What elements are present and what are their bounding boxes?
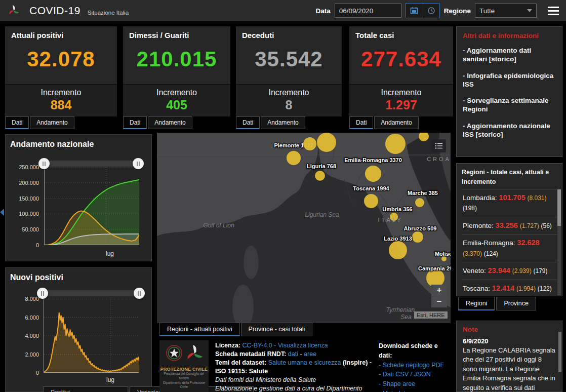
- tab-positivi[interactable]: Positivi: [43, 386, 128, 392]
- map-bubble[interactable]: [287, 151, 301, 165]
- slider-handle-right[interactable]: [134, 288, 145, 299]
- card-value: 277.634: [349, 47, 453, 71]
- region-total: 32.628: [517, 239, 539, 247]
- download-link[interactable]: - Schede riepilogo PDF: [379, 361, 451, 370]
- y-axis-tick: 6.000: [6, 315, 39, 321]
- date-input[interactable]: [335, 4, 401, 18]
- increment-label: Incremento: [123, 88, 230, 97]
- map-bubble[interactable]: [303, 137, 316, 150]
- map-bubble-label: Marche 385: [408, 190, 438, 196]
- map-bubble[interactable]: [412, 231, 423, 243]
- region-name: Veneto:: [463, 267, 486, 275]
- themes-line: Temi del dataset: Salute umana e sicurez…: [215, 359, 377, 376]
- tab-regioni-attuali[interactable]: Regioni - attuali positivi: [159, 323, 240, 336]
- legend-button[interactable]: [431, 139, 446, 152]
- increment-value: 1.297: [349, 98, 453, 112]
- download-link[interactable]: - Dati CSV / JSON: [379, 370, 451, 379]
- card-title: Totale casi: [349, 26, 453, 44]
- menu-icon[interactable]: [548, 7, 559, 15]
- calendar-icon: [410, 7, 418, 15]
- map-bubble[interactable]: [389, 241, 407, 259]
- map-bubble-label: Campania 29: [418, 265, 451, 271]
- app-title: COVID-19: [29, 5, 80, 17]
- tab-andamento[interactable]: Andamento: [374, 116, 418, 129]
- license-link[interactable]: CC-BY-4.0: [242, 342, 272, 349]
- info-link[interactable]: - Aggiornamento nazionale ISS [storico]: [463, 122, 556, 139]
- card-increment-strip: Incremento 405: [123, 84, 230, 116]
- card-value: 35.542: [236, 47, 342, 71]
- tab-andamento[interactable]: Andamento: [30, 116, 74, 129]
- map-bubble-label: Liguria 768: [307, 163, 336, 169]
- date-buttons: [406, 3, 440, 18]
- tab-regioni[interactable]: Regioni: [458, 297, 495, 310]
- info-link[interactable]: - Sorveglianza settimanale Regioni: [463, 96, 556, 114]
- regions-panel-title: Regioni - totale casi, attuali e increme…: [462, 168, 557, 187]
- notes-scrollbar-thumb[interactable]: [558, 332, 561, 372]
- map-place-label: Sea: [400, 313, 411, 321]
- zoom-in-button[interactable]: +: [431, 285, 447, 296]
- region-label: Regione: [444, 7, 471, 15]
- map-place-label: Gulf of Lion: [203, 222, 234, 229]
- map-place-label: ITALY: [378, 217, 403, 223]
- map-bubble[interactable]: [385, 134, 406, 154]
- download-link[interactable]: - Metadata: [379, 389, 451, 392]
- map-bubble[interactable]: [317, 133, 336, 152]
- calendar-button[interactable]: [406, 4, 423, 18]
- slider-handle-left[interactable]: [38, 158, 50, 169]
- map-bubbles: Piemonte 1727Liguria 768Emilia-Romagna 3…: [157, 133, 451, 323]
- salute-link[interactable]: Salute umana e sicurezza: [268, 359, 341, 366]
- card-title: Dimessi / Guariti: [123, 26, 230, 44]
- other-data-panel: Altri dati e informazioni - Aggiornament…: [456, 26, 562, 157]
- map-place-label: Tyrrhenian: [386, 306, 415, 313]
- covid-dashboard: COVID-19 Situazione Italia Data Region: [0, 0, 566, 392]
- region-name: Piemonte:: [463, 222, 494, 229]
- map-bubble[interactable]: [441, 256, 447, 261]
- slider-handle-right[interactable]: [133, 158, 144, 169]
- tab-province[interactable]: Province: [496, 297, 536, 310]
- italy-map[interactable]: Piemonte 1727Liguria 768Emilia-Romagna 3…: [157, 133, 451, 323]
- tab-dati[interactable]: Dati: [123, 116, 147, 129]
- chart-plot: [44, 167, 139, 245]
- tab-andamento[interactable]: Andamento: [261, 116, 305, 129]
- map-place-label: CROAT: [427, 156, 451, 162]
- license-label: Licenza:: [215, 342, 240, 349]
- region-total: 12.414: [492, 284, 514, 292]
- y-axis-tick: 250.000: [6, 164, 39, 170]
- y-axis-tick: 200.000: [6, 180, 39, 186]
- tab-dati[interactable]: Dati: [349, 116, 373, 129]
- card-body: Totale casi 277.634 Incremento 1.297: [349, 26, 453, 116]
- map-zoom-controls: + −: [431, 285, 447, 308]
- tab-andamento[interactable]: Andamento: [148, 116, 192, 129]
- card-value: 32.078: [5, 47, 117, 71]
- info-link[interactable]: - Aggiornamento dati sanitari [storico]: [463, 46, 556, 64]
- tab-dati[interactable]: Dati: [5, 116, 29, 129]
- download-title: Download schede e dati:: [379, 341, 451, 361]
- chart-title: Andamento nazionale: [10, 140, 94, 149]
- logo-subtitle-1: Presidenza del Consiglio dei Ministri: [159, 372, 209, 381]
- map-bubble[interactable]: [419, 133, 429, 141]
- aree-link[interactable]: aree: [304, 350, 316, 358]
- y-axis-tick: 0: [6, 242, 39, 248]
- region-select[interactable]: Tutte: [475, 4, 537, 18]
- slider-handle-left[interactable]: [37, 288, 48, 299]
- tab-dati[interactable]: Dati: [236, 116, 260, 129]
- map-bubble[interactable]: [415, 198, 424, 207]
- dati-link[interactable]: dati: [288, 350, 298, 358]
- y-axis-tick: 8.000: [6, 296, 39, 302]
- increment-label: Incremento: [5, 88, 117, 97]
- tab-province-totali[interactable]: Province - casi totali: [241, 323, 313, 336]
- download-link[interactable]: - Shape aree: [379, 379, 451, 389]
- time-range-slider[interactable]: [41, 290, 142, 296]
- view-license-link[interactable]: Visualizza licenza: [278, 342, 328, 349]
- info-link[interactable]: - Infografica epidemiologica ISS: [463, 71, 556, 89]
- region-total: 33.256: [496, 221, 518, 229]
- collapse-panel-arrow-icon[interactable]: [0, 209, 4, 216]
- map-bubble[interactable]: [365, 166, 381, 182]
- map-bubble[interactable]: [364, 194, 378, 208]
- map-bubble[interactable]: [315, 171, 325, 181]
- card-tabs: Dati Andamento: [236, 116, 305, 129]
- zoom-out-button[interactable]: −: [431, 296, 447, 307]
- time-button[interactable]: [423, 4, 439, 18]
- time-range-slider[interactable]: [43, 161, 140, 167]
- regions-scrollbar-thumb[interactable]: [557, 189, 561, 226]
